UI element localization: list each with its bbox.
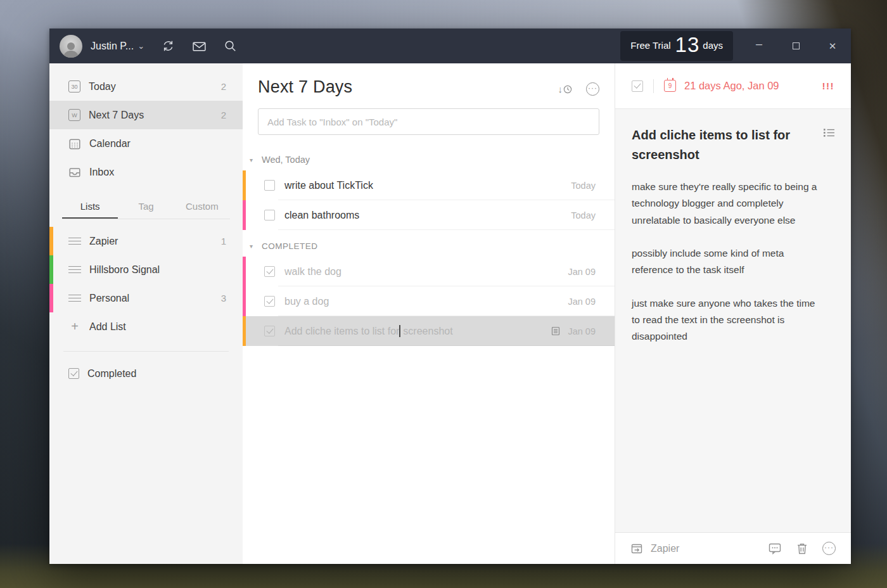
sort-by-date-icon[interactable]: ↓ [558, 84, 573, 94]
comment-icon[interactable] [768, 542, 782, 555]
close-button[interactable]: ✕ [814, 29, 851, 63]
week-calendar-icon: W [68, 109, 80, 121]
user-lists: Zapier 1 Hillsboro Signal Personal 3 + [49, 227, 243, 341]
header-divider [653, 79, 654, 93]
checklist-view-icon[interactable] [824, 128, 834, 137]
more-options-icon[interactable]: ··· [586, 82, 599, 96]
user-avatar[interactable] [60, 35, 82, 58]
task-due-date: Jan 09 [568, 267, 596, 277]
delete-trash-icon[interactable] [796, 542, 808, 555]
task-detail-panel: 9 21 days Ago, Jan 09 !!! Add cliche ite… [615, 63, 851, 564]
collapse-triangle-icon: ▾ [250, 243, 258, 250]
task-checkbox[interactable] [264, 296, 275, 307]
task-count: 3 [221, 293, 226, 304]
detail-footer-actions: ··· [768, 542, 836, 555]
sidebar-item-next7days[interactable]: W Next 7 Days 2 [49, 101, 243, 129]
detail-header: 9 21 days Ago, Jan 09 !!! [615, 63, 851, 109]
tab-custom[interactable]: Custom [174, 195, 230, 219]
task-checkbox[interactable] [264, 210, 275, 220]
completed-label: Completed [87, 368, 136, 380]
task-color-bar [243, 257, 246, 286]
priority-high-icon[interactable]: !!! [822, 80, 835, 91]
sidebar-list-zapier[interactable]: Zapier 1 [49, 227, 243, 255]
detail-task-title[interactable]: Add cliche items to list for screenshot [632, 125, 801, 165]
chevron-down-icon[interactable]: ⌄ [137, 41, 144, 51]
sidebar-item-today[interactable]: 30 Today 2 [49, 72, 243, 101]
more-actions-icon[interactable]: ··· [822, 542, 836, 555]
tab-lists[interactable]: Lists [62, 195, 118, 219]
task-checkbox[interactable] [264, 180, 275, 191]
detail-notes[interactable]: make sure they're really specific to bei… [632, 179, 834, 345]
detail-content[interactable]: Add cliche items to list for screenshot … [615, 109, 851, 532]
sidebar-item-label: Next 7 Days [89, 110, 144, 121]
move-to-list-icon[interactable] [630, 543, 643, 554]
note-paragraph: possibly include some kind of meta refer… [632, 245, 822, 279]
sidebar-divider [63, 351, 229, 352]
account-name[interactable]: Justin P... [91, 41, 134, 52]
task-color-bar [243, 316, 246, 346]
task-title-text: Add cliche items to list for [284, 326, 399, 336]
collapse-triangle-icon: ▾ [250, 157, 258, 163]
task-checkbox[interactable] [264, 266, 275, 277]
sidebar-item-inbox[interactable]: Inbox [49, 158, 243, 186]
avatar-silhouette-icon [61, 40, 80, 58]
sidebar-item-calendar[interactable]: Calendar [49, 129, 243, 158]
task-color-bar [243, 170, 246, 200]
list-color-bar [49, 227, 53, 255]
sidebar-list-personal[interactable]: Personal 3 [49, 284, 243, 312]
tab-tag[interactable]: Tag [118, 195, 174, 219]
mail-icon[interactable] [192, 40, 207, 53]
calendar-grid-icon [68, 137, 81, 150]
sidebar: 30 Today 2 W Next 7 Days 2 [49, 63, 243, 564]
sidebar-item-label: Inbox [89, 167, 114, 178]
current-list-name[interactable]: Zapier [651, 543, 679, 554]
task-row[interactable]: buy a dog Jan 09 [243, 286, 615, 316]
add-list-button[interactable]: + Add List [49, 312, 243, 341]
task-list-header: Next 7 Days ↓ ··· [243, 63, 615, 97]
section-header-today[interactable]: ▾ Wed, Today [243, 149, 615, 170]
add-list-label: Add List [89, 321, 126, 333]
task-row[interactable]: clean bathrooms Today [243, 200, 615, 230]
task-color-bar [243, 200, 246, 230]
task-count: 2 [221, 110, 226, 120]
detail-task-checkbox[interactable] [632, 80, 643, 92]
search-icon[interactable] [224, 39, 237, 53]
task-title-text: screenshot [400, 326, 453, 336]
sidebar-tabs: Lists Tag Custom [62, 195, 230, 219]
maximize-button[interactable] [777, 29, 814, 63]
desktop-wallpaper: { "titlebar": { "username": "Justin P...… [0, 0, 887, 588]
titlebar: Justin P... ⌄ Free Trial 13 [49, 29, 851, 63]
today-calendar-icon: 30 [68, 80, 80, 93]
list-icon [68, 266, 81, 274]
add-task-input[interactable] [258, 108, 599, 135]
task-row[interactable]: walk the dog Jan 09 [243, 257, 615, 286]
task-color-bar [243, 286, 246, 316]
ticktick-window: Justin P... ⌄ Free Trial 13 [49, 29, 851, 564]
trial-prefix: Free Trial [630, 40, 670, 51]
sync-icon[interactable] [162, 39, 175, 53]
plus-icon: + [68, 319, 81, 334]
task-count: 2 [221, 81, 226, 92]
minimize-icon: – [756, 37, 762, 51]
list-color-bar [49, 255, 53, 284]
task-title: buy a dog [284, 296, 329, 307]
task-title-editing[interactable]: Add cliche items to list for screenshot [284, 325, 453, 337]
task-count: 1 [221, 236, 226, 246]
free-trial-badge[interactable]: Free Trial 13 days [620, 31, 733, 61]
sidebar-item-completed[interactable]: Completed [49, 359, 243, 388]
due-date-text[interactable]: 21 days Ago, Jan 09 [684, 80, 779, 92]
due-date-calendar-icon[interactable]: 9 [664, 80, 676, 92]
sidebar-list-hillsboro-signal[interactable]: Hillsboro Signal [49, 255, 243, 284]
list-name: Hillsboro Signal [89, 264, 160, 276]
task-row[interactable]: write about TickTick Today [243, 170, 615, 200]
task-checkbox[interactable] [264, 326, 275, 336]
section-label: Wed, Today [262, 155, 310, 165]
page-title: Next 7 Days [258, 77, 352, 97]
task-row-selected[interactable]: Add cliche items to list for screenshot … [243, 316, 615, 346]
minimize-button[interactable]: – [741, 29, 777, 63]
trial-suffix: days [703, 40, 723, 51]
sidebar-item-label: Calendar [89, 138, 131, 150]
trial-days-count: 13 [675, 33, 700, 57]
section-header-completed[interactable]: ▾ COMPLETED [243, 235, 615, 257]
list-color-bar [49, 284, 53, 312]
